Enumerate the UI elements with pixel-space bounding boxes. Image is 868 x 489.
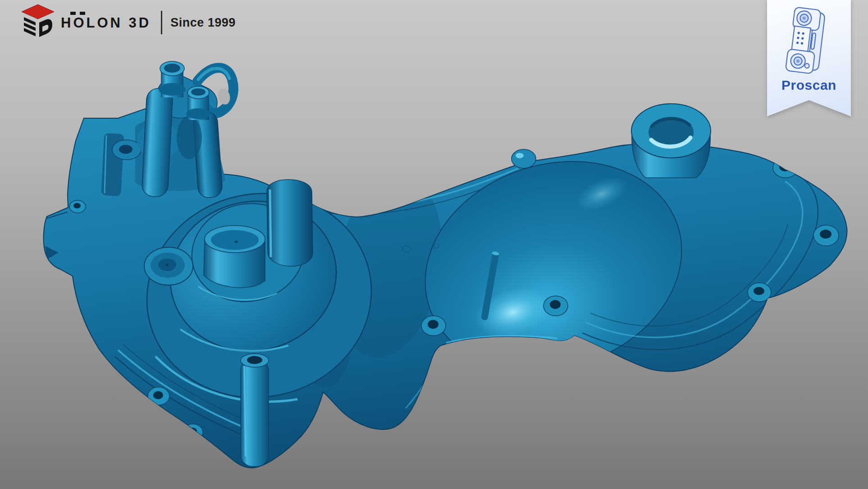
logo-dot [80,12,85,15]
proscan-badge: Proscan [767,0,851,116]
standoff-tube [241,354,269,466]
drum-ring-boss [144,247,193,285]
brand-wordmark: HOLON 3D [61,16,151,30]
brand-tagline: Since 1999 [170,16,236,30]
scanned-model [0,0,868,489]
brand-header: HOLON 3D Since 1999 [20,4,236,42]
logo-dot [70,12,76,15]
header-divider [161,11,162,34]
scan-viewport[interactable]: HOLON 3D Since 1999 [0,0,868,489]
scanner-icon [786,6,832,78]
mounting-boss [631,104,711,178]
badge-label: Proscan [781,78,836,93]
flange-bump [512,149,536,168]
brand-name: HOLON 3D [61,15,151,31]
holon-logo-icon [20,4,55,42]
